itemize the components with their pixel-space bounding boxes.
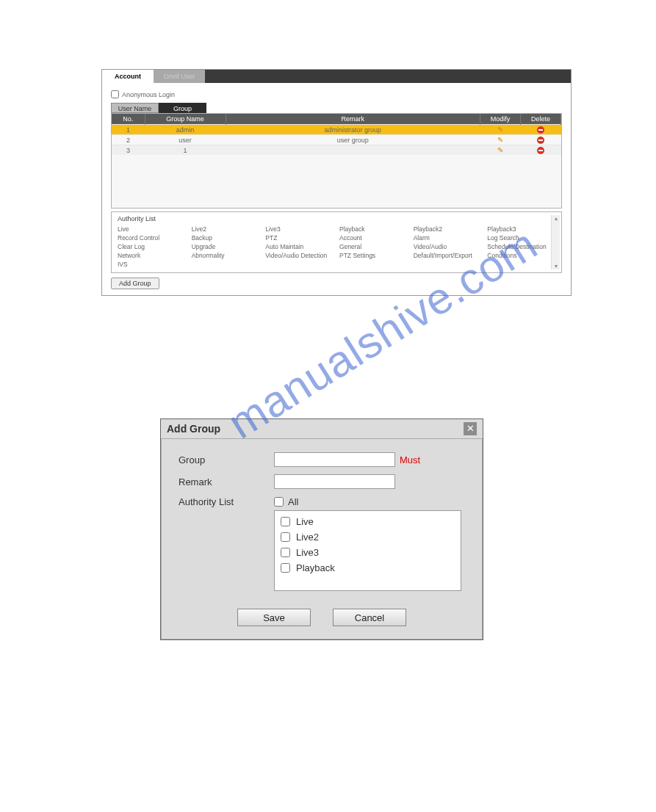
- list-item[interactable]: Live2: [281, 529, 455, 545]
- dialog-titlebar: Add Group ✕: [161, 419, 483, 439]
- all-label: All: [288, 496, 298, 507]
- authority-item: Live2: [192, 225, 260, 233]
- list-item[interactable]: Live3: [281, 545, 455, 560]
- col-modify: Modify: [480, 114, 521, 125]
- authority-item: Playback2: [414, 225, 482, 233]
- authority-item: IVS: [118, 261, 186, 268]
- authority-checklist-box[interactable]: Live Live2 Live3 Playback: [274, 510, 461, 591]
- save-button[interactable]: Save: [237, 609, 311, 626]
- cell-remark: administrator group: [226, 125, 480, 135]
- authority-item: Backup: [192, 234, 260, 242]
- authority-item: Abnormality: [192, 252, 260, 259]
- authority-item: Clear Log: [118, 243, 186, 250]
- top-tabs: Account Onvif User: [102, 70, 571, 83]
- remark-label: Remark: [179, 476, 274, 487]
- option-checkbox[interactable]: [281, 517, 290, 526]
- col-no: No.: [112, 114, 145, 125]
- col-delete: Delete: [521, 114, 561, 125]
- authority-item: PTZ Settings: [339, 252, 408, 259]
- authority-list-label: Authority List: [179, 496, 274, 507]
- col-remark: Remark: [226, 114, 480, 125]
- option-checkbox[interactable]: [281, 532, 290, 542]
- authority-item: Video/Audio: [414, 243, 482, 250]
- anonymous-login-label: Anonymous Login: [122, 91, 175, 98]
- add-group-dialog: Add Group ✕ Group Must Remark Authority …: [160, 418, 483, 640]
- group-input[interactable]: [274, 452, 395, 467]
- authority-item: Schedule/Destination: [487, 243, 555, 250]
- cell-name: user: [145, 135, 226, 145]
- table-row[interactable]: 1 admin administrator group ✎: [112, 125, 561, 135]
- scroll-up-icon[interactable]: ▴: [555, 215, 558, 222]
- table-row[interactable]: 2 user user group ✎: [112, 135, 561, 145]
- subtab-username[interactable]: User Name: [111, 103, 159, 113]
- authority-item: Record Control: [118, 234, 186, 242]
- subtab-group[interactable]: Group: [159, 103, 206, 113]
- authority-item: Alarm: [414, 234, 482, 242]
- authority-item: Auto Maintain: [265, 243, 334, 250]
- pencil-icon[interactable]: ✎: [497, 136, 503, 144]
- all-checkbox[interactable]: [274, 497, 284, 507]
- must-indicator: Must: [400, 454, 420, 465]
- account-panel: Account Onvif User Anonymous Login User …: [101, 69, 572, 296]
- authority-scrollbar[interactable]: ▴ ▾: [551, 215, 560, 269]
- option-label: Live2: [296, 532, 319, 543]
- authority-grid: Live Live2 Live3 Playback Playback2 Play…: [118, 225, 555, 268]
- tab-account[interactable]: Account: [102, 70, 154, 83]
- authority-item: Playback3: [487, 225, 555, 233]
- group-table-container: No. Group Name Remark Modify Delete 1 ad…: [111, 113, 562, 209]
- add-group-button[interactable]: Add Group: [111, 278, 159, 289]
- sub-tabs: User Name Group: [111, 103, 562, 113]
- pencil-icon[interactable]: ✎: [497, 126, 503, 134]
- option-label: Playback: [296, 562, 335, 573]
- authority-item: Conditions: [487, 252, 555, 259]
- delete-icon[interactable]: [537, 137, 544, 144]
- delete-icon[interactable]: [537, 147, 544, 154]
- cancel-button[interactable]: Cancel: [333, 609, 406, 626]
- option-checkbox[interactable]: [281, 563, 290, 573]
- cell-name: admin: [145, 125, 226, 135]
- authority-item: Upgrade: [192, 243, 260, 250]
- option-label: Live: [296, 516, 314, 527]
- cell-no: 3: [112, 145, 145, 156]
- table-row[interactable]: 3 1 ✎: [112, 145, 561, 156]
- cell-name: 1: [145, 145, 226, 156]
- option-label: Live3: [296, 547, 319, 558]
- anonymous-login-row: Anonymous Login: [111, 90, 562, 98]
- cell-no: 2: [112, 135, 145, 145]
- list-item[interactable]: Playback: [281, 560, 455, 576]
- remark-input[interactable]: [274, 474, 395, 489]
- group-table: No. Group Name Remark Modify Delete 1 ad…: [112, 114, 561, 155]
- authority-item: Default/Import/Export: [414, 252, 482, 259]
- authority-item: Log Search: [487, 234, 555, 242]
- scroll-down-icon[interactable]: ▾: [555, 263, 558, 269]
- authority-item: Live3: [265, 225, 334, 233]
- authority-item: Account: [339, 234, 408, 242]
- authority-item: General: [339, 243, 408, 250]
- cell-remark: [226, 145, 480, 156]
- col-group-name: Group Name: [145, 114, 226, 125]
- list-item[interactable]: Live: [281, 514, 455, 529]
- tab-onvif-user[interactable]: Onvif User: [154, 70, 205, 83]
- dialog-title: Add Group: [167, 423, 220, 435]
- pencil-icon[interactable]: ✎: [497, 146, 503, 154]
- authority-item: Network: [118, 252, 186, 259]
- authority-list-box: Authority List Live Live2 Live3 Playback…: [111, 211, 562, 273]
- authority-item: Video/Audio Detection: [265, 252, 334, 259]
- cell-no: 1: [112, 125, 145, 135]
- authority-item: PTZ: [265, 234, 334, 242]
- option-checkbox[interactable]: [281, 548, 290, 557]
- anonymous-login-checkbox[interactable]: [111, 90, 119, 98]
- authority-item: Live: [118, 225, 186, 233]
- cell-remark: user group: [226, 135, 480, 145]
- group-label: Group: [179, 454, 274, 465]
- authority-item: Playback: [339, 225, 408, 233]
- delete-icon[interactable]: [537, 126, 544, 134]
- close-icon[interactable]: ✕: [464, 422, 477, 435]
- authority-list-title: Authority List: [118, 215, 555, 222]
